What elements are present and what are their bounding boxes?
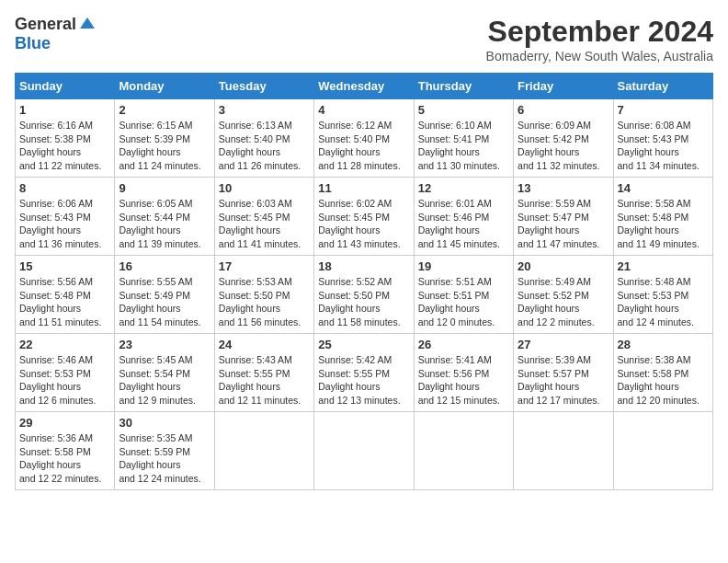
day-cell-20: 20 Sunrise: 5:49 AM Sunset: 5:52 PM Dayl… [514,256,613,334]
day-number: 26 [418,338,509,351]
logo-icon [78,16,97,34]
day-number: 8 [19,181,110,195]
day-cell-6: 6 Sunrise: 6:09 AM Sunset: 5:42 PM Dayli… [514,99,613,178]
day-cell-10: 10 Sunrise: 6:03 AM Sunset: 5:45 PM Dayl… [214,178,313,256]
empty-cell [314,412,414,490]
weekday-header-row: Sunday Monday Tuesday Wednesday Thursday… [16,74,713,99]
day-info: Sunrise: 6:03 AM Sunset: 5:45 PM Dayligh… [219,197,310,251]
day-info: Sunrise: 5:45 AM Sunset: 5:54 PM Dayligh… [119,353,210,408]
day-cell-18: 18 Sunrise: 5:52 AM Sunset: 5:50 PM Dayl… [314,256,414,334]
day-number: 21 [618,259,709,273]
week-row-1: 1 Sunrise: 6:16 AM Sunset: 5:38 PM Dayli… [16,99,713,178]
day-info: Sunrise: 5:59 AM Sunset: 5:47 PM Dayligh… [518,197,609,251]
day-cell-29: 29 Sunrise: 5:36 AM Sunset: 5:58 PM Dayl… [16,412,115,490]
svg-marker-0 [80,17,95,29]
day-info: Sunrise: 5:36 AM Sunset: 5:58 PM Dayligh… [19,431,110,486]
day-cell-1: 1 Sunrise: 6:16 AM Sunset: 5:38 PM Dayli… [16,99,115,178]
day-number: 18 [318,259,409,273]
day-cell-28: 28 Sunrise: 5:38 AM Sunset: 5:58 PM Dayl… [613,334,712,412]
day-number: 27 [518,338,609,351]
day-cell-30: 30 Sunrise: 5:35 AM Sunset: 5:59 PM Dayl… [115,412,214,490]
col-monday: Monday [115,74,214,99]
day-info: Sunrise: 5:55 AM Sunset: 5:49 PM Dayligh… [119,275,210,329]
day-number: 14 [618,181,709,195]
empty-cell [214,412,313,490]
day-info: Sunrise: 6:10 AM Sunset: 5:41 PM Dayligh… [418,119,509,173]
page-header: General Blue September 2024 Bomaderry, N… [15,15,713,63]
day-info: Sunrise: 5:53 AM Sunset: 5:50 PM Dayligh… [219,275,310,329]
day-info: Sunrise: 6:15 AM Sunset: 5:39 PM Dayligh… [119,119,210,173]
location-subtitle: Bomaderry, New South Wales, Australia [486,49,713,63]
day-number: 6 [518,103,609,117]
day-number: 11 [318,181,409,195]
month-title: September 2024 [486,15,713,49]
day-info: Sunrise: 5:46 AM Sunset: 5:53 PM Dayligh… [19,353,110,408]
day-info: Sunrise: 6:09 AM Sunset: 5:42 PM Dayligh… [518,119,609,173]
day-cell-4: 4 Sunrise: 6:12 AM Sunset: 5:40 PM Dayli… [314,99,414,178]
day-cell-13: 13 Sunrise: 5:59 AM Sunset: 5:47 PM Dayl… [514,178,613,256]
day-info: Sunrise: 5:49 AM Sunset: 5:52 PM Dayligh… [518,275,609,329]
day-info: Sunrise: 6:02 AM Sunset: 5:45 PM Dayligh… [318,197,409,251]
day-cell-2: 2 Sunrise: 6:15 AM Sunset: 5:39 PM Dayli… [115,99,214,178]
day-info: Sunrise: 6:12 AM Sunset: 5:40 PM Dayligh… [318,119,409,173]
day-number: 22 [19,338,110,351]
day-number: 20 [518,259,609,273]
day-info: Sunrise: 6:06 AM Sunset: 5:43 PM Dayligh… [19,197,110,251]
day-number: 17 [219,259,310,273]
day-info: Sunrise: 5:58 AM Sunset: 5:48 PM Dayligh… [618,197,709,251]
empty-cell [414,412,513,490]
day-info: Sunrise: 5:51 AM Sunset: 5:51 PM Dayligh… [418,275,509,329]
day-info: Sunrise: 5:43 AM Sunset: 5:55 PM Dayligh… [219,353,310,408]
title-block: September 2024 Bomaderry, New South Wale… [486,15,713,63]
day-info: Sunrise: 5:48 AM Sunset: 5:53 PM Dayligh… [618,275,709,329]
day-number: 30 [119,416,210,430]
day-cell-23: 23 Sunrise: 5:45 AM Sunset: 5:54 PM Dayl… [115,334,214,412]
empty-cell [613,412,712,490]
day-cell-11: 11 Sunrise: 6:02 AM Sunset: 5:45 PM Dayl… [314,178,414,256]
day-info: Sunrise: 5:39 AM Sunset: 5:57 PM Dayligh… [518,353,609,408]
day-cell-17: 17 Sunrise: 5:53 AM Sunset: 5:50 PM Dayl… [214,256,313,334]
day-number: 4 [318,103,409,117]
day-number: 19 [418,259,509,273]
day-info: Sunrise: 5:56 AM Sunset: 5:48 PM Dayligh… [19,275,110,329]
day-number: 12 [418,181,509,195]
day-number: 1 [19,103,110,117]
day-info: Sunrise: 6:01 AM Sunset: 5:46 PM Dayligh… [418,197,509,251]
day-cell-19: 19 Sunrise: 5:51 AM Sunset: 5:51 PM Dayl… [414,256,513,334]
day-info: Sunrise: 6:08 AM Sunset: 5:43 PM Dayligh… [618,119,709,173]
day-cell-22: 22 Sunrise: 5:46 AM Sunset: 5:53 PM Dayl… [16,334,115,412]
day-info: Sunrise: 5:35 AM Sunset: 5:59 PM Dayligh… [119,431,210,486]
day-cell-27: 27 Sunrise: 5:39 AM Sunset: 5:57 PM Dayl… [514,334,613,412]
day-cell-9: 9 Sunrise: 6:05 AM Sunset: 5:44 PM Dayli… [115,178,214,256]
day-cell-21: 21 Sunrise: 5:48 AM Sunset: 5:53 PM Dayl… [613,256,712,334]
day-info: Sunrise: 6:05 AM Sunset: 5:44 PM Dayligh… [119,197,210,251]
day-cell-5: 5 Sunrise: 6:10 AM Sunset: 5:41 PM Dayli… [414,99,513,178]
week-row-5: 29 Sunrise: 5:36 AM Sunset: 5:58 PM Dayl… [16,412,713,490]
day-cell-8: 8 Sunrise: 6:06 AM Sunset: 5:43 PM Dayli… [16,178,115,256]
day-cell-16: 16 Sunrise: 5:55 AM Sunset: 5:49 PM Dayl… [115,256,214,334]
day-number: 25 [318,338,409,351]
week-row-3: 15 Sunrise: 5:56 AM Sunset: 5:48 PM Dayl… [16,256,713,334]
logo-blue: Blue [15,34,51,53]
day-info: Sunrise: 6:16 AM Sunset: 5:38 PM Dayligh… [19,119,110,173]
col-sunday: Sunday [16,74,115,99]
day-number: 7 [618,103,709,117]
day-number: 3 [219,103,310,117]
day-cell-15: 15 Sunrise: 5:56 AM Sunset: 5:48 PM Dayl… [16,256,115,334]
day-number: 5 [418,103,509,117]
logo-general: General [15,15,76,34]
logo: General Blue [15,15,97,53]
empty-cell [514,412,613,490]
col-friday: Friday [514,74,613,99]
col-wednesday: Wednesday [314,74,414,99]
day-cell-14: 14 Sunrise: 5:58 AM Sunset: 5:48 PM Dayl… [613,178,712,256]
day-cell-25: 25 Sunrise: 5:42 AM Sunset: 5:55 PM Dayl… [314,334,414,412]
day-cell-12: 12 Sunrise: 6:01 AM Sunset: 5:46 PM Dayl… [414,178,513,256]
day-info: Sunrise: 6:13 AM Sunset: 5:40 PM Dayligh… [219,119,310,173]
day-info: Sunrise: 5:42 AM Sunset: 5:55 PM Dayligh… [318,353,409,408]
day-cell-24: 24 Sunrise: 5:43 AM Sunset: 5:55 PM Dayl… [214,334,313,412]
day-number: 9 [119,181,210,195]
day-cell-26: 26 Sunrise: 5:41 AM Sunset: 5:56 PM Dayl… [414,334,513,412]
day-number: 2 [119,103,210,117]
day-cell-7: 7 Sunrise: 6:08 AM Sunset: 5:43 PM Dayli… [613,99,712,178]
